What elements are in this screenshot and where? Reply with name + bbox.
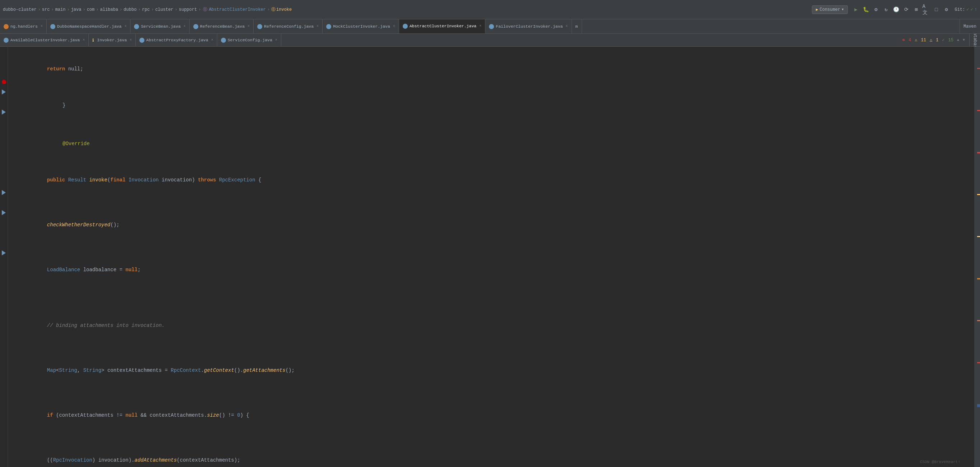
tab-reference-config[interactable]: ReferenceConfig.java × [254,19,323,33]
expand-icon[interactable]: ▲ [957,38,959,42]
tab-close-failover-cluster[interactable]: × [566,24,568,29]
code-line-override: @Override [8,130,974,158]
run-icon[interactable]: ▶ [852,6,860,14]
consumer-button[interactable]: ▶ Consumer ▼ [812,5,848,14]
tab-close-reference-config[interactable]: × [317,24,319,29]
clock-icon[interactable]: 🕐 [892,6,900,14]
tab-ng-handlers[interactable]: ng.handlers × [0,19,47,33]
gutter-mark-yellow-2 [977,236,980,237]
build-icon[interactable]: ⚙ [872,6,880,14]
tab-label-mock-cluster: MockClusterInvoker.java [333,24,390,29]
code-line-loadbalance-decl: LoadBalance loadbalance = null; [8,248,974,293]
tabs-row-2: AvailableClusterInvoker.java × ℹ Invoker… [0,34,980,47]
consumer-dropdown-icon: ▼ [842,8,843,11]
layout-icon[interactable]: ⊞ [912,6,920,14]
tab-close-available-cluster[interactable]: × [83,38,85,42]
gutter-mark-red-3 [977,152,980,153]
tab-mock-cluster[interactable]: MockClusterInvoker.java × [323,19,399,33]
gutter-mark-orange-1 [977,278,980,280]
code-content: return null; } @Override [8,47,974,467]
git-check-icon: ✓ [966,7,969,12]
database-tab[interactable]: Database [969,34,980,47]
toolbar-icons: ▶ 🐛 ⚙ ↻ 🕐 ⟳ ⊞ A文 □ ⚙ [852,6,951,14]
tab-close-invoker[interactable]: × [130,38,132,42]
tab-icon-mock-cluster [326,24,331,29]
git-label: Git: [955,7,965,12]
tab-service-config[interactable]: ServiceConfig.java × [217,34,281,46]
tab-icon-dubbo-namespace [50,24,55,29]
gutter-mark-red-5 [977,362,980,363]
code-line-method-sig: public Result invoke(final Invocation in… [8,158,974,203]
gutter-mark-red-2 [977,110,980,111]
reload-icon[interactable]: ↻ [882,6,890,14]
tab-icon-abstract-proxy [139,38,145,43]
tab-label-abstract-proxy: AbstractProxyFactory.java [146,38,208,42]
bookmark-marker-5 [2,250,6,256]
git-arrow-icon: ↑ [975,7,977,12]
tab-icon-failover-cluster [489,24,494,29]
code-line-if-context: if (contextAttachments != null && contex… [8,393,974,438]
gutter-space [0,47,8,57]
tab-icon-abstract-cluster [403,24,408,29]
tab-label-m: m [576,24,578,29]
gutter-mark-red-1 [977,68,980,69]
bc-dubbo-cluster: dubbo-cluster [3,7,37,12]
code-line-brace1: } [8,92,974,119]
tab-label-invoker: Invoker.java [97,38,127,42]
tab-dubbo-namespace[interactable]: DubboNamespaceHandler.java × [47,19,130,33]
tab-icon-reference-config [257,24,262,29]
tab-service-bean[interactable]: ServiceBean.java × [130,19,189,33]
tab-close-dubbo-namespace[interactable]: × [124,24,126,29]
reload2-icon[interactable]: ⟳ [902,6,910,14]
tab-icon-available-cluster [3,38,9,43]
debug-icon[interactable]: 🐛 [862,6,870,14]
tab-abstract-proxy[interactable]: AbstractProxyFactory.java × [136,34,217,46]
check-count: 15 [948,38,953,43]
right-gutter [974,47,980,467]
alert-count: 1 [936,38,938,43]
tab-invoker[interactable]: ℹ Invoker.java × [89,34,136,46]
bc-file-icon: ⓪ [203,6,207,13]
breakpoint-gutter [0,47,8,467]
tab-label-service-config: ServiceConfig.java [228,38,272,42]
git-check2-icon: ✓ [970,7,973,12]
tab-close-mock-cluster[interactable]: × [393,24,395,29]
top-bar: dubbo-cluster › src › main › java › com … [0,0,980,19]
check-icon: ✓ [942,37,945,43]
collapse-icon[interactable]: ▼ [963,38,965,42]
code-line-empty2 [8,293,974,303]
database-label: Database [972,34,977,47]
translate-icon[interactable]: A文 [923,6,931,14]
tab-m[interactable]: m [572,19,582,33]
code-line-return-null: return null; [8,47,974,92]
tab-label-ng-handlers: ng.handlers [10,24,38,29]
bookmark-marker-4 [2,210,6,215]
gutter-scroll-thumb[interactable] [977,404,980,407]
tab-icon-service-bean [134,24,139,29]
tab-close-reference-bean[interactable]: × [248,24,250,29]
tab-close-abstract-proxy[interactable]: × [211,38,213,42]
window-icon[interactable]: □ [932,6,940,14]
warning-icon: ⚠ [915,37,917,43]
warning-icon-invoker: ℹ [92,38,94,43]
watermark: CSDN @BraveHeart! [920,460,960,464]
tab-abstract-cluster[interactable]: AbstractClusterInvoker.java × [399,19,485,33]
tab-icon-ng-handlers [3,24,9,29]
tab-label-abstract-cluster: AbstractClusterInvoker.java [409,24,476,29]
tab-close-ng-handlers[interactable]: × [41,24,43,29]
tab-available-cluster[interactable]: AvailableClusterInvoker.java × [0,34,89,46]
code-line-check-destroyed: checkWhetherDestroyed(); [8,203,974,248]
tab-reference-bean[interactable]: ReferenceBean.java × [190,19,254,33]
error-icon: ⊗ [902,37,905,43]
tab-label-available-cluster: AvailableClusterInvoker.java [10,38,80,42]
tab-label-service-bean: ServiceBean.java [141,24,180,29]
maven-tab[interactable]: Maven [959,19,980,33]
settings-icon[interactable]: ⚙ [943,6,951,14]
tab-close-service-config[interactable]: × [275,38,277,42]
code-area[interactable]: return null; } @Override [8,47,974,467]
tab-failover-cluster[interactable]: FailoverClusterInvoker.java × [485,19,571,33]
tab-label-reference-config: ReferenceConfig.java [264,24,313,29]
tab-close-service-bean[interactable]: × [184,24,186,29]
bookmark-marker-3 [2,190,6,195]
tab-close-abstract-cluster[interactable]: × [479,24,481,28]
